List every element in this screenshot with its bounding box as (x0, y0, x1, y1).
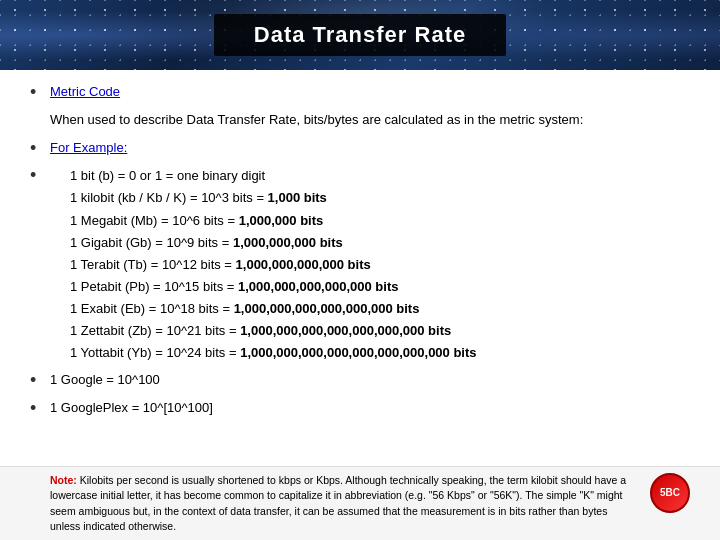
binary-list: 1 bit (b) = 0 or 1 = one binary digit 1 … (70, 165, 477, 364)
bullet-icon-1: • (30, 82, 50, 104)
list-item-yottabit: 1 Yottabit (Yb) = 10^24 bits = 1,000,000… (70, 342, 477, 364)
list-item-zettabit: 1 Zettabit (Zb) = 10^21 bits = 1,000,000… (70, 320, 477, 342)
sbc-logo: 5BC (650, 473, 690, 513)
list-item-kilobit: 1 kilobit (kb / Kb / K) = 10^3 bits = 1,… (70, 187, 477, 209)
bullet-icon-2: • (30, 138, 50, 160)
page-title: Data Transfer Rate (254, 22, 466, 47)
note-section: Note: Kilobits per second is usually sho… (0, 466, 720, 540)
list-item-bit: 1 bit (b) = 0 or 1 = one binary digit (70, 165, 477, 187)
note-content: Note: Kilobits per second is usually sho… (50, 473, 640, 534)
bullet-icon-3: • (30, 165, 50, 187)
list-item-megabit: 1 Megabit (Mb) = 10^6 bits = 1,000,000 b… (70, 210, 477, 232)
list-item-petabit: 1 Petabit (Pb) = 10^15 bits = 1,000,000,… (70, 276, 477, 298)
header-band: Data Transfer Rate (214, 14, 506, 56)
note-body: Kilobits per second is usually shortened… (50, 474, 626, 532)
bullet-for-example: • For Example: (30, 138, 690, 160)
note-label: Note: (50, 474, 77, 486)
bullet-icon-4: • (30, 370, 50, 392)
googleplex-text: 1 GooglePlex = 10^[10^100] (50, 398, 213, 418)
google-text: 1 Google = 10^100 (50, 370, 160, 390)
bullet-metric-code: • Metric Code (30, 82, 690, 104)
for-example-label: For Example: (50, 138, 127, 158)
intro-paragraph: When used to describe Data Transfer Rate… (50, 110, 690, 130)
main-content: • Metric Code When used to describe Data… (0, 70, 720, 433)
bullet-list: • 1 bit (b) = 0 or 1 = one binary digit … (30, 165, 690, 364)
list-item-gigabit: 1 Gigabit (Gb) = 10^9 bits = 1,000,000,0… (70, 232, 477, 254)
list-item-exabit: 1 Exabit (Eb) = 10^18 bits = 1,000,000,0… (70, 298, 477, 320)
bullet-google: • 1 Google = 10^100 (30, 370, 690, 392)
list-item-terabit: 1 Terabit (Tb) = 10^12 bits = 1,000,000,… (70, 254, 477, 276)
header: Data Transfer Rate (0, 0, 720, 70)
bullet-icon-5: • (30, 398, 50, 420)
bullet-googleplex: • 1 GooglePlex = 10^[10^100] (30, 398, 690, 420)
metric-code-link[interactable]: Metric Code (50, 82, 120, 102)
